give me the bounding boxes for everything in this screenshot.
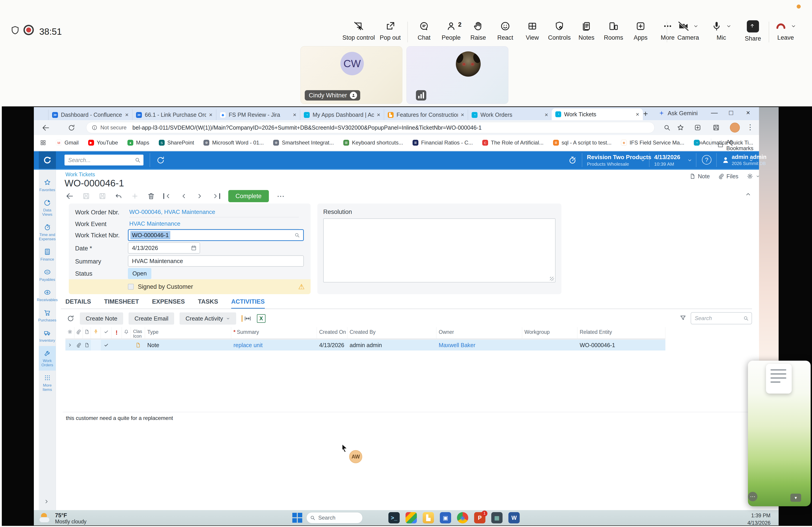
taskbar-app-icon[interactable]: ▣ [440, 512, 451, 523]
grid-search-input[interactable]: Search [691, 312, 752, 325]
browser-tab[interactable]: ≫ 66.1 - Link Purchase Order × [132, 109, 216, 120]
annotation-more-button[interactable]: ⋯ [748, 492, 757, 501]
meeting-toolbar-button[interactable]: Stop control [343, 21, 375, 41]
go-first-button[interactable] [163, 192, 172, 200]
bookmark-item[interactable]: S SharePoint [159, 139, 194, 146]
add-new-button[interactable] [131, 192, 139, 200]
acumatica-logo[interactable] [39, 151, 56, 169]
meeting-toolbar-button[interactable]: Raise [466, 21, 490, 41]
bookmark-item[interactable]: ▶ YouTube [88, 139, 118, 146]
row-summary[interactable]: replace unit [231, 340, 317, 350]
taskbar-app-icon[interactable]: ◉ [457, 512, 468, 523]
tab-close-icon[interactable]: × [461, 111, 464, 118]
bookmarks-overflow-icon[interactable]: » [699, 138, 703, 147]
participant-tile-cindy[interactable]: CW Cindy Whitner [301, 46, 402, 104]
mic-button[interactable]: Mic [708, 21, 735, 41]
sidebar-item[interactable]: Payables [39, 265, 56, 285]
go-last-button[interactable] [212, 192, 220, 200]
refresh-icon[interactable] [156, 156, 165, 165]
complete-button[interactable]: Complete [228, 190, 269, 202]
browser-tab[interactable]: ≫ Dashboard - Confluence × [48, 109, 132, 120]
meeting-toolbar-button[interactable]: Chat [412, 21, 436, 41]
browser-menu-kebab-icon[interactable]: ⋮ [746, 123, 754, 132]
delete-button[interactable] [147, 192, 155, 200]
column-header[interactable]: Created By [347, 327, 436, 339]
breadcrumb[interactable]: Work Tickets [66, 171, 95, 178]
tab-close-icon[interactable]: × [293, 111, 296, 118]
files-button[interactable]: Files [718, 173, 738, 180]
sidebar-expand-chevron-icon[interactable] [43, 498, 49, 505]
signed-checkbox[interactable] [128, 284, 134, 290]
column-header[interactable]: Related Entity [577, 327, 665, 339]
activity-row[interactable]: Note replace unit 4/13/2026 admin admin … [66, 340, 665, 350]
calendar-icon[interactable] [191, 245, 197, 251]
column-header[interactable]: *Summary [231, 327, 317, 339]
ask-gemini-button[interactable]: Ask Gemini [658, 110, 698, 117]
sidebar-item[interactable]: Time and Expenses [39, 220, 56, 244]
detail-tab[interactable]: EXPENSES [152, 298, 185, 309]
global-search-input[interactable]: Search... [64, 155, 143, 165]
share-button[interactable]: Share [742, 20, 764, 42]
taskbar-search-input[interactable]: Search [306, 512, 363, 523]
detail-tab[interactable]: DETAILS [66, 298, 91, 309]
meeting-toolbar-button[interactable]: React [494, 21, 517, 41]
save-button[interactable] [98, 192, 106, 200]
column-header[interactable]: Clas Icon [131, 327, 145, 339]
hide-controls-button[interactable]: ▾ [791, 494, 801, 502]
participant-tile-dog[interactable] [406, 46, 508, 104]
detail-tab[interactable]: TIMESHEET [104, 298, 139, 309]
more-actions-button[interactable]: ⋯ [277, 192, 285, 201]
sidebar-item[interactable]: Favorites [39, 175, 56, 195]
apps-grid-icon[interactable] [40, 139, 46, 146]
sidebar-item[interactable]: Inventory [39, 326, 56, 346]
grid-refresh-icon[interactable] [67, 315, 74, 322]
sidebar-item[interactable]: Receivables [39, 285, 56, 305]
create-email-button[interactable]: Create Email [129, 312, 174, 325]
camera-button[interactable]: Camera [673, 21, 703, 41]
window-maximize-button[interactable]: □ [729, 109, 733, 117]
taskbar-clock[interactable]: 1:39 PM 4/13/2026 [748, 512, 770, 527]
meeting-toolbar-button[interactable]: View [521, 21, 544, 41]
browser-profile-avatar[interactable] [730, 123, 740, 133]
new-tab-button[interactable]: + [640, 108, 651, 119]
bookmark-item[interactable]: ◈ IFS Field Service Ma... [621, 139, 684, 146]
notes-widget-icon[interactable] [766, 364, 792, 394]
stopwatch-icon[interactable] [568, 155, 577, 165]
summary-input[interactable]: HVAC Maintenance [128, 255, 304, 267]
cancel-undo-button[interactable] [115, 192, 123, 200]
chevron-down-icon[interactable] [693, 23, 699, 29]
customize-button[interactable] [746, 173, 760, 180]
go-next-button[interactable] [196, 192, 203, 200]
sidebar-item[interactable]: Data Views [39, 195, 56, 220]
bookmark-item[interactable]: ● Maps [128, 139, 149, 146]
bookmark-item[interactable]: ⊞ Keyboard shortcuts... [343, 139, 403, 146]
meeting-toolbar-button[interactable]: Apps [629, 21, 652, 41]
chevron-down-icon[interactable] [726, 23, 732, 29]
bookmark-item[interactable]: ⊕ Smartsheet Integrat... [273, 139, 334, 146]
sidebar-item[interactable]: Work Orders [39, 346, 56, 371]
browser-tab[interactable]: ◔ My Apps Dashboard | Acu... × [300, 109, 384, 120]
work-event-link[interactable]: HVAC Maintenance [129, 220, 180, 227]
filter-funnel-icon[interactable] [679, 314, 686, 322]
column-header[interactable]: Created On [317, 327, 347, 339]
collapse-form-chevron-icon[interactable] [745, 191, 752, 198]
leave-button[interactable]: Leave [773, 21, 798, 41]
bookmark-item[interactable]: ≣ Financial Ratios - C... [412, 139, 473, 146]
bookmark-item[interactable]: ⊕ Microsoft Word - 01... [203, 139, 264, 146]
detail-tab[interactable]: ACTIVITIES [231, 298, 265, 309]
create-activity-dropdown[interactable]: Create Activity [179, 312, 236, 325]
taskbar-app-icon[interactable] [406, 512, 417, 523]
tab-close-icon[interactable]: × [125, 111, 129, 118]
browser-tab[interactable]: ▙ Features for Construction | × [384, 109, 468, 120]
browser-tab[interactable]: ◔ Work Tickets × [552, 108, 643, 120]
save-close-button[interactable] [82, 192, 90, 200]
date-input[interactable]: 4/13/2026 [128, 242, 200, 254]
window-close-button[interactable]: × [746, 109, 750, 117]
all-bookmarks-button[interactable]: All Bookmarks [717, 139, 759, 151]
go-previous-button[interactable] [180, 192, 188, 200]
window-minimize-button[interactable]: — [711, 109, 718, 117]
note-button[interactable]: Note [689, 173, 710, 180]
tab-close-icon[interactable]: × [636, 111, 639, 118]
browser-back-button[interactable] [42, 123, 50, 132]
help-button[interactable]: ? [702, 155, 711, 165]
